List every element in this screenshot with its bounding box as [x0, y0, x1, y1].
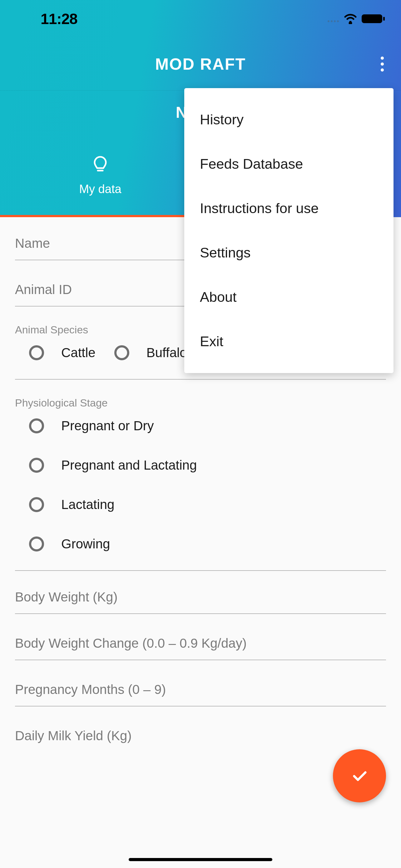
body-weight-field[interactable]: Body Weight (Kg)	[15, 571, 386, 614]
svg-point-0	[328, 20, 330, 22]
menu-item-feeds-database[interactable]: Feeds Database	[184, 142, 394, 186]
input-placeholder: Body Weight (Kg)	[15, 590, 386, 604]
body-weight-change-field[interactable]: Body Weight Change (0.0 – 0.9 Kg/day)	[15, 617, 386, 660]
radio-label: Pregnant or Dry	[61, 418, 154, 433]
daily-milk-yield-field[interactable]: Daily Milk Yield (Kg)	[15, 710, 386, 752]
svg-point-4	[349, 21, 352, 24]
cellular-icon	[327, 15, 340, 23]
status-time: 11:28	[41, 10, 77, 28]
radio-icon	[29, 418, 44, 433]
radio-label: Buffalo	[146, 345, 187, 360]
radio-icon	[114, 345, 129, 360]
check-icon	[350, 766, 369, 785]
radio-icon	[29, 458, 44, 473]
tab-label: My data	[79, 183, 121, 196]
battery-icon	[361, 13, 386, 24]
input-placeholder: Daily Milk Yield (Kg)	[15, 728, 386, 743]
radio-pregnant-lactating[interactable]: Pregnant and Lactating	[29, 458, 386, 473]
status-icons	[327, 13, 386, 24]
wifi-icon	[343, 13, 357, 24]
menu-item-about[interactable]: About	[184, 275, 394, 319]
svg-rect-5	[362, 14, 382, 23]
more-menu-button[interactable]	[374, 50, 390, 78]
svg-point-3	[337, 20, 339, 22]
menu-item-instructions[interactable]: Instructions for use	[184, 186, 394, 230]
tab-my-data[interactable]: My data	[0, 134, 201, 217]
radio-label: Cattle	[61, 345, 96, 360]
stage-section-label: Physiological Stage	[15, 397, 386, 409]
home-indicator	[129, 858, 272, 861]
input-placeholder: Pregnancy Months (0 – 9)	[15, 682, 386, 697]
app-title: MOD RAFT	[155, 55, 246, 73]
radio-growing[interactable]: Growing	[29, 536, 386, 552]
input-placeholder: Body Weight Change (0.0 – 0.9 Kg/day)	[15, 636, 386, 651]
radio-icon	[29, 536, 44, 552]
radio-buffalo[interactable]: Buffalo	[114, 345, 187, 360]
lightbulb-icon	[93, 156, 108, 174]
app-title-row: MOD RAFT	[0, 37, 401, 91]
radio-pregnant-or-dry[interactable]: Pregnant or Dry	[29, 418, 386, 433]
overflow-menu: History Feeds Database Instructions for …	[184, 88, 394, 373]
status-bar: 11:28	[0, 0, 401, 37]
confirm-fab-button[interactable]	[333, 749, 386, 802]
menu-item-exit[interactable]: Exit	[184, 319, 394, 364]
radio-cattle[interactable]: Cattle	[29, 345, 96, 360]
radio-lactating[interactable]: Lactating	[29, 497, 386, 512]
divider	[15, 379, 386, 380]
menu-item-history[interactable]: History	[184, 97, 394, 142]
svg-rect-6	[383, 17, 385, 21]
svg-point-1	[331, 20, 333, 22]
more-vertical-icon	[381, 57, 384, 71]
menu-item-settings[interactable]: Settings	[184, 230, 394, 275]
radio-label: Lactating	[61, 497, 114, 512]
radio-icon	[29, 345, 44, 360]
radio-label: Growing	[61, 536, 110, 552]
pregnancy-months-field[interactable]: Pregnancy Months (0 – 9)	[15, 663, 386, 707]
svg-point-2	[334, 20, 336, 22]
radio-icon	[29, 497, 44, 512]
tab-indicator	[0, 215, 201, 217]
radio-label: Pregnant and Lactating	[61, 458, 197, 473]
